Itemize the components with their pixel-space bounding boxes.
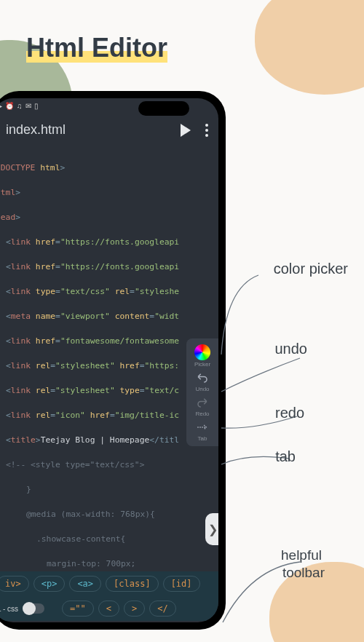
signal-icon: ▸ (0, 102, 2, 110)
callout-toolbar-l2: toolbar (282, 565, 325, 581)
tab-label: Tab (198, 435, 207, 442)
battery-icon: ▯ (34, 102, 39, 110)
callout-color-picker: color picker (274, 261, 348, 277)
chip-p[interactable]: <p> (33, 576, 66, 592)
chip-gt[interactable]: > (124, 601, 145, 617)
shortcut-row-1: iv> <p> <a> [class] [id] (0, 571, 218, 596)
connector-picker (218, 273, 262, 357)
music-icon: ♫ (17, 102, 23, 110)
connector-undo (218, 357, 302, 393)
callout-tab: tab (275, 448, 296, 465)
color-wheel-icon (194, 344, 210, 360)
filename-label: index.html (6, 122, 66, 138)
picker-button[interactable]: Picker (194, 344, 210, 368)
tab-icon (194, 420, 210, 435)
floating-toolbar: Picker Undo Redo Tab (186, 338, 218, 446)
redo-icon (194, 395, 210, 410)
callout-toolbar-l1: helpful (281, 547, 322, 563)
lang-toggle[interactable]: L - css (0, 603, 44, 614)
chip-lt[interactable]: < (98, 601, 119, 617)
decor-blob-peach-top (255, 0, 364, 95)
page-title: Html Editor (26, 33, 167, 63)
chip-id[interactable]: [id] (163, 576, 200, 592)
redo-label: Redo (195, 411, 209, 417)
picker-label: Picker (194, 361, 210, 368)
chip-close[interactable]: </ (149, 601, 175, 617)
phone-frame: ▸ ⏰ ♫ ✉ ▯ index.html !DOCTYPE html> html… (0, 91, 226, 630)
overflow-menu-button[interactable] (205, 124, 208, 137)
redo-button[interactable]: Redo (194, 395, 210, 417)
shortcut-row-2: L - css ="" < > </ (0, 596, 218, 621)
chip-class[interactable]: [class] (106, 576, 159, 592)
toggle-switch-icon (23, 603, 44, 614)
lang-toggle-label: L - css (0, 605, 18, 613)
app-bar: index.html (0, 112, 218, 148)
phone-notch (138, 101, 189, 116)
tab-button[interactable]: Tab (194, 420, 210, 442)
chip-eq[interactable]: ="" (62, 601, 94, 617)
phone-screen: ▸ ⏰ ♫ ✉ ▯ index.html !DOCTYPE html> html… (0, 98, 218, 622)
alarm-icon: ⏰ (5, 102, 14, 110)
chip-a[interactable]: <a> (69, 576, 101, 592)
run-button[interactable] (181, 124, 191, 137)
undo-button[interactable]: Undo (194, 370, 210, 392)
callout-undo: undo (275, 341, 308, 357)
chip-div[interactable]: iv> (0, 576, 29, 592)
callout-redo: redo (275, 405, 304, 421)
chat-icon: ✉ (25, 102, 31, 110)
drawer-handle[interactable]: ❯ (205, 513, 218, 545)
undo-label: Undo (195, 386, 209, 392)
undo-icon (194, 370, 210, 385)
code-editor[interactable]: !DOCTYPE html> html> head> <link href="h… (0, 148, 218, 570)
